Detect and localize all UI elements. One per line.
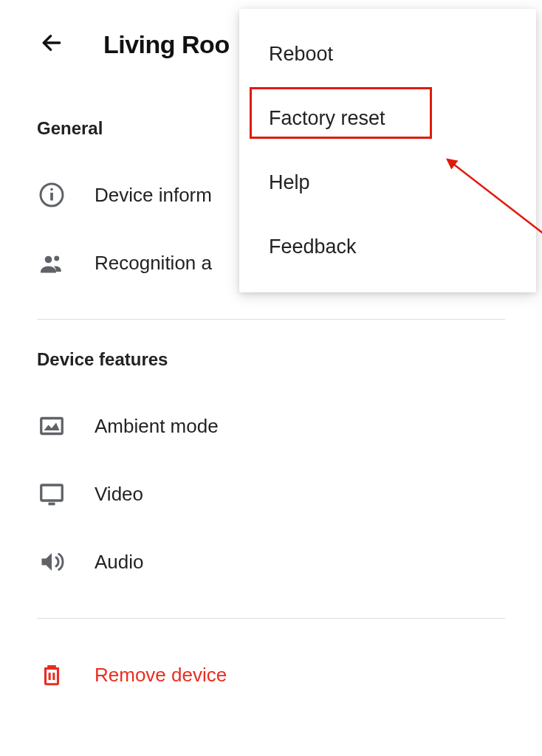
divider bbox=[37, 618, 505, 619]
item-label: Ambient mode bbox=[95, 415, 219, 438]
item-label: Recognition a bbox=[95, 252, 212, 275]
monitor-icon bbox=[37, 479, 66, 509]
photo-icon bbox=[37, 411, 66, 441]
item-label: Device inform bbox=[95, 184, 212, 207]
svg-point-5 bbox=[54, 256, 59, 261]
people-icon bbox=[37, 248, 66, 278]
trash-icon bbox=[37, 660, 66, 690]
menu-item-reboot[interactable]: Reboot bbox=[239, 22, 536, 86]
page-title: Living Roo bbox=[103, 30, 230, 59]
svg-rect-6 bbox=[41, 419, 63, 434]
item-label: Remove device bbox=[95, 664, 227, 687]
back-button[interactable] bbox=[37, 30, 66, 59]
item-audio[interactable]: Audio bbox=[0, 528, 542, 596]
item-video[interactable]: Video bbox=[0, 460, 542, 528]
svg-rect-7 bbox=[41, 485, 63, 501]
info-icon bbox=[37, 180, 66, 210]
section-device-features-label: Device features bbox=[0, 342, 542, 392]
svg-point-3 bbox=[50, 188, 53, 191]
item-label: Audio bbox=[95, 551, 144, 574]
svg-point-4 bbox=[45, 256, 52, 264]
overflow-menu: Reboot Factory reset Help Feedback bbox=[239, 9, 536, 292]
arrow-left-icon bbox=[40, 31, 64, 58]
menu-item-help[interactable]: Help bbox=[239, 151, 536, 215]
item-remove-device[interactable]: Remove device bbox=[0, 641, 542, 709]
menu-item-factory-reset[interactable]: Factory reset bbox=[239, 86, 536, 151]
item-label: Video bbox=[95, 483, 143, 506]
divider bbox=[37, 319, 505, 320]
menu-item-feedback[interactable]: Feedback bbox=[239, 215, 536, 279]
speaker-icon bbox=[37, 547, 66, 577]
item-ambient-mode[interactable]: Ambient mode bbox=[0, 392, 542, 460]
